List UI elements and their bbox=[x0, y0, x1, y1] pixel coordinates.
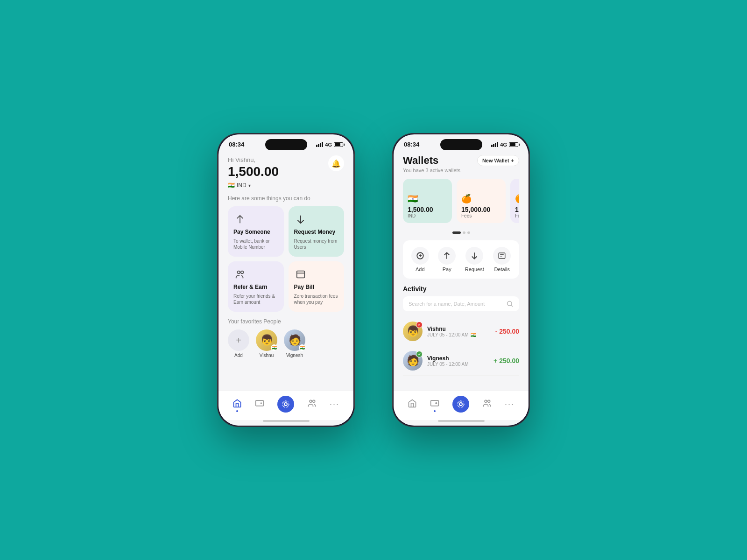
food-flag: 🟠 bbox=[515, 194, 519, 204]
qa-request-label: Request bbox=[465, 266, 484, 272]
svg-point-12 bbox=[436, 402, 437, 404]
fees-name: Fees bbox=[461, 213, 501, 218]
vignesh-date: JULY 05 - 12:00 AM bbox=[427, 362, 489, 367]
svg-point-0 bbox=[238, 271, 240, 274]
nav-more[interactable]: ··· bbox=[330, 399, 339, 409]
qa-pay[interactable]: Pay bbox=[438, 247, 456, 272]
home-bar-1 bbox=[263, 420, 310, 422]
svg-point-1 bbox=[241, 271, 244, 274]
svg-point-16 bbox=[488, 400, 490, 402]
ind-name: IND bbox=[408, 213, 447, 218]
vignesh-activity-avatar: 🧑 ✓ bbox=[403, 351, 423, 371]
svg-point-14 bbox=[458, 401, 464, 407]
svg-point-7 bbox=[313, 400, 315, 402]
fees-flag: 🍊 bbox=[461, 194, 501, 204]
wallet-ind[interactable]: 🇮🇳 1,500.00 IND bbox=[403, 179, 452, 223]
balance: 1,500.00 bbox=[228, 164, 279, 179]
ind-flag: 🇮🇳 bbox=[408, 194, 447, 204]
qa-add-label: Add bbox=[416, 266, 425, 272]
fav-add[interactable]: + Add bbox=[228, 329, 249, 358]
signal-icon-2 bbox=[491, 142, 498, 147]
more-icon: ··· bbox=[330, 399, 339, 409]
battery-icon-1 bbox=[334, 142, 343, 147]
wallet-content: Wallets New Wallet + You have 3 active w… bbox=[394, 150, 529, 391]
svg-point-6 bbox=[310, 400, 312, 402]
request-money-title: Request Money bbox=[294, 229, 339, 235]
vishnu-transaction-name: Vishnu bbox=[427, 326, 491, 332]
pagination-dots bbox=[403, 231, 519, 234]
vignesh-flag: 🇮🇳 bbox=[299, 344, 305, 351]
qa-request[interactable]: Request bbox=[465, 247, 484, 272]
notification-button[interactable]: 🔔 bbox=[328, 155, 344, 171]
svg-point-4 bbox=[284, 403, 287, 406]
nav-camera-btn[interactable] bbox=[277, 396, 294, 413]
fav-vignesh[interactable]: 🧑 🇮🇳 Vignesh bbox=[284, 329, 305, 358]
svg-rect-11 bbox=[431, 400, 439, 406]
ind-amount: 1,500.00 bbox=[408, 206, 447, 213]
greeting: Hi Vishnu, bbox=[228, 156, 279, 163]
svg-point-10 bbox=[507, 301, 512, 306]
wallets-title: Wallets bbox=[403, 154, 438, 167]
fav-vishnu[interactable]: 👦 🇮🇳 Vishnu bbox=[256, 329, 277, 358]
svg-point-13 bbox=[459, 403, 462, 406]
vignesh-info: Vignesh JULY 05 - 12:00 AM bbox=[427, 355, 489, 367]
search-icon bbox=[506, 300, 514, 308]
nav-wallet[interactable] bbox=[255, 399, 264, 410]
nav2-home[interactable] bbox=[408, 399, 417, 410]
quick-actions: Add Pay Request bbox=[403, 240, 519, 279]
dynamic-island-2 bbox=[440, 139, 482, 150]
food-name: Food bbox=[515, 213, 519, 218]
vishnu-info: Vishnu JULY 05 - 12:00 AM 🇮🇳 bbox=[427, 326, 491, 337]
flag-india: 🇮🇳 bbox=[228, 182, 235, 189]
camera-circle-2 bbox=[452, 396, 469, 413]
pay-bill-icon bbox=[294, 268, 307, 281]
phone-1: 08:34 4G Hi Vishnu, 1 bbox=[217, 133, 355, 427]
time-2: 08:34 bbox=[404, 141, 419, 148]
network-2: 4G bbox=[500, 142, 507, 147]
vishnu-flag: 🇮🇳 bbox=[271, 344, 277, 351]
home-icon bbox=[233, 399, 242, 410]
plus-icon: + bbox=[511, 158, 514, 163]
add-circle bbox=[411, 247, 429, 265]
dynamic-island-1 bbox=[265, 139, 307, 150]
nav-people[interactable] bbox=[307, 399, 317, 410]
refer-earn-card[interactable]: Refer & Earn Refer your friends & Earn a… bbox=[228, 261, 284, 312]
more-icon-2: ··· bbox=[505, 399, 514, 409]
favorites-row: + Add 👦 🇮🇳 Vishnu 🧑 🇮🇳 Vignesh bbox=[228, 329, 344, 358]
vishnu-badge: 2 bbox=[416, 322, 423, 328]
status-icons-2: 4G bbox=[491, 142, 518, 147]
vishnu-activity-avatar: 👦 2 bbox=[403, 322, 423, 341]
activity-label: Activity bbox=[403, 285, 519, 293]
pay-someone-card[interactable]: Pay Someone To wallet, bank or Mobile Nu… bbox=[228, 206, 284, 257]
food-amount: 1,000 bbox=[515, 206, 519, 213]
nav-home[interactable] bbox=[233, 399, 242, 410]
actions-grid: Pay Someone To wallet, bank or Mobile Nu… bbox=[228, 206, 344, 312]
request-money-card[interactable]: Request Money Request money from Users bbox=[289, 206, 345, 257]
fav-vignesh-label: Vignesh bbox=[286, 353, 303, 358]
qa-add[interactable]: Add bbox=[411, 247, 429, 272]
home-bar-2 bbox=[438, 420, 485, 422]
wallet-icon-2 bbox=[430, 399, 439, 410]
nav2-people[interactable] bbox=[482, 399, 492, 410]
pay-someone-title: Pay Someone bbox=[233, 229, 278, 235]
refer-earn-icon bbox=[233, 268, 247, 281]
qa-details[interactable]: Details bbox=[493, 247, 511, 272]
bottom-nav-2: ··· bbox=[394, 391, 529, 420]
time-1: 08:34 bbox=[229, 141, 244, 148]
wallet-fees[interactable]: 🍊 15,000.00 Fees bbox=[457, 179, 506, 223]
transaction-vignesh[interactable]: 🧑 ✓ Vignesh JULY 05 - 12:00 AM + 250.00 bbox=[403, 346, 519, 376]
nav2-camera-btn[interactable] bbox=[452, 396, 469, 413]
transaction-vishnu[interactable]: 👦 2 Vishnu JULY 05 - 12:00 AM 🇮🇳 - 250.0… bbox=[403, 317, 519, 346]
pay-bill-card[interactable]: Pay Bill Zero transaction fees when you … bbox=[289, 261, 345, 312]
search-bar[interactable]: Search for a name, Date, Amount bbox=[403, 296, 519, 311]
dot-active bbox=[452, 231, 461, 234]
qa-pay-label: Pay bbox=[443, 266, 451, 272]
svg-rect-2 bbox=[296, 271, 304, 278]
new-wallet-button[interactable]: New Wallet + bbox=[477, 155, 519, 166]
vignesh-badge: ✓ bbox=[416, 351, 423, 357]
wallet-food[interactable]: 🟠 1,000 Food bbox=[510, 179, 519, 223]
nav2-wallet[interactable] bbox=[430, 399, 439, 410]
nav2-more[interactable]: ··· bbox=[505, 399, 514, 409]
vignesh-transaction-name: Vignesh bbox=[427, 355, 489, 362]
wallets-header: Wallets New Wallet + bbox=[403, 154, 519, 167]
